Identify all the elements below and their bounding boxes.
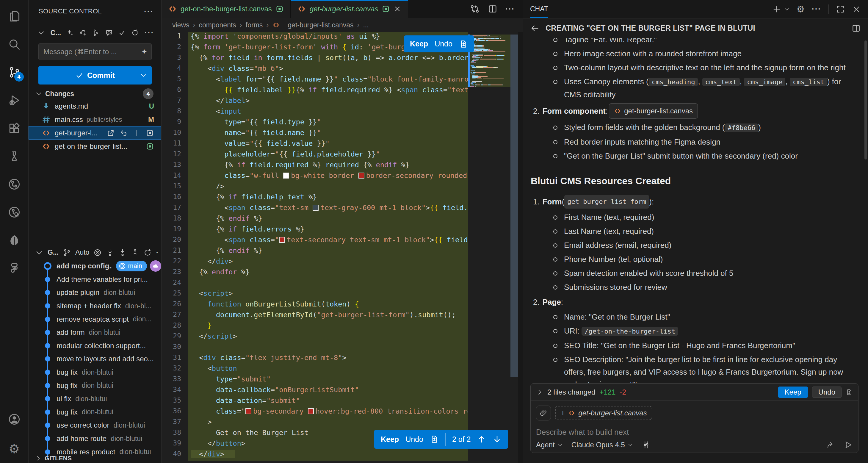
activity-item-testing[interactable] xyxy=(0,142,29,170)
undo-button[interactable]: Undo xyxy=(405,435,423,444)
push-icon[interactable] xyxy=(131,248,139,257)
commit-message-input[interactable]: Message (⌘Enter to ... ✦ xyxy=(38,43,152,60)
commit-dropdown[interactable] xyxy=(135,66,152,85)
commit-row[interactable]: bug fixdion-blutui xyxy=(29,406,161,419)
target-icon[interactable] xyxy=(93,248,102,257)
open-file-icon[interactable] xyxy=(106,129,115,137)
next-change-icon[interactable] xyxy=(493,435,501,444)
fetch-icon[interactable] xyxy=(106,248,114,257)
keep-button[interactable]: Keep xyxy=(410,39,428,48)
commit-row[interactable]: update plugindion-blutui xyxy=(29,286,161,299)
keep-button[interactable]: Keep xyxy=(381,435,399,444)
graph-section-header[interactable]: G... Auto · xyxy=(29,246,161,259)
commit-row[interactable]: ui fixdion-blutui xyxy=(29,392,161,406)
files-changed-summary[interactable]: 2 files changed xyxy=(547,388,595,396)
commit-row[interactable]: add mcp config...main xyxy=(29,259,161,273)
commit-row[interactable]: use correct colordion-blutui xyxy=(29,419,161,432)
breadcrumb-item[interactable]: views xyxy=(172,21,189,29)
code-content[interactable]: {% import 'components/global/inputs' as … xyxy=(188,32,468,461)
breadcrumb-item[interactable]: forms xyxy=(246,21,263,29)
back-icon[interactable] xyxy=(530,24,539,33)
create-pull-request-icon[interactable] xyxy=(80,28,87,37)
repo-row[interactable]: C... ··· xyxy=(29,26,161,39)
check-icon[interactable] xyxy=(118,28,126,37)
breadcrumb[interactable]: views › components › forms › get-burger-… xyxy=(161,18,523,32)
commit-row[interactable]: bug fixdion-blutui xyxy=(29,366,161,379)
activity-item-run-and-debug[interactable] xyxy=(0,86,29,114)
graph-more-icon[interactable]: · xyxy=(156,248,159,257)
breadcrumb-item[interactable]: ... xyxy=(363,21,369,29)
discard-changes-icon[interactable] xyxy=(120,129,128,137)
keep-all-button[interactable]: Keep xyxy=(778,387,808,398)
graph-auto-label[interactable]: Auto xyxy=(75,248,89,256)
tab-get-on-the-burger-list[interactable]: get-on-the-burger-list.canvas xyxy=(161,0,290,18)
editor-more-icon[interactable]: ··· xyxy=(505,4,515,14)
continue-arrow-icon[interactable] xyxy=(826,440,836,450)
chat-message-area[interactable]: Tagline "Eat. Win. Repeat."Hero image se… xyxy=(523,38,864,383)
commit-row[interactable]: modular collection support... xyxy=(29,339,161,352)
close-panel-icon[interactable] xyxy=(852,5,861,14)
code-editor[interactable]: 1234567891011121314151617181920212223242… xyxy=(161,32,523,463)
previous-change-icon[interactable] xyxy=(477,435,486,444)
sidebar-more-icon[interactable]: ··· xyxy=(144,7,154,16)
activity-item-source-control[interactable]: 4 xyxy=(0,58,29,86)
split-editor-icon[interactable] xyxy=(488,4,498,14)
keep-file-icon[interactable] xyxy=(846,389,853,396)
sparkle-icon[interactable] xyxy=(66,28,74,37)
branch-badge[interactable]: main xyxy=(116,261,147,271)
breadcrumb-item[interactable]: get-burger-list.canvas xyxy=(288,21,353,29)
commit-row[interactable]: sitemap + header fixdion-bl... xyxy=(29,299,161,313)
refresh-icon[interactable] xyxy=(144,248,152,257)
activity-item-git-graph[interactable] xyxy=(0,170,29,198)
gear-icon[interactable]: ⚙ xyxy=(797,5,805,14)
new-chat-icon[interactable] xyxy=(772,5,781,14)
commit-row[interactable]: bug fixdion-blutui xyxy=(29,379,161,392)
commit-row[interactable]: Add theme variables for pri... xyxy=(29,273,161,286)
graph-icon[interactable] xyxy=(92,28,100,37)
refresh-icon[interactable] xyxy=(131,28,138,37)
stage-changes-icon[interactable] xyxy=(133,129,141,137)
attach-button[interactable] xyxy=(536,406,551,421)
composer-body[interactable]: + get-burger-list.canvas Describe what t… xyxy=(531,401,858,453)
undo-button[interactable]: Undo xyxy=(435,39,453,48)
activity-item-gitlens[interactable] xyxy=(0,198,29,226)
editor-scrollbar[interactable] xyxy=(510,34,518,377)
generate-message-icon[interactable]: ✦ xyxy=(141,48,147,56)
change-row[interactable]: main.csspublic/stylesM xyxy=(29,113,161,126)
change-row[interactable]: get-on-the-burger-list... xyxy=(29,140,161,153)
minimap[interactable] xyxy=(468,32,510,463)
keep-file-icon[interactable] xyxy=(459,39,468,49)
open-in-editor-icon[interactable] xyxy=(851,24,861,33)
activity-item-extensions[interactable] xyxy=(0,114,29,142)
close-tab-icon[interactable] xyxy=(394,5,401,13)
change-row[interactable]: agents.mdU xyxy=(29,99,161,113)
compare-changes-icon[interactable] xyxy=(470,4,480,14)
chevron-down-icon[interactable] xyxy=(784,6,789,12)
pull-icon[interactable] xyxy=(118,248,127,257)
commit-button[interactable]: Commit xyxy=(38,66,152,85)
tools-icon[interactable] xyxy=(642,440,651,449)
commit-row[interactable]: add formdion-blutui xyxy=(29,326,161,339)
repo-more-icon[interactable]: ··· xyxy=(145,28,154,37)
gitlens-section-header[interactable]: GITLENS xyxy=(29,453,161,463)
file-reference-chip[interactable]: get-burger-list.canvas xyxy=(609,103,698,119)
commit-comment-icon[interactable] xyxy=(105,28,113,37)
change-row[interactable]: get-burger-l... xyxy=(29,126,161,140)
commit-row[interactable]: add home routedion-blutui xyxy=(29,432,161,445)
chat-scrollbar[interactable] xyxy=(864,40,867,159)
chevron-right-icon[interactable] xyxy=(536,389,543,396)
activity-item-manage-settings[interactable]: ⚙ xyxy=(0,435,29,463)
tab-get-burger-list[interactable]: get-burger-list.canvas xyxy=(290,0,408,18)
breadcrumb-item[interactable]: components xyxy=(199,21,236,29)
changes-section-header[interactable]: Changes 4 xyxy=(29,88,161,99)
commit-row[interactable]: move to layouts and add seo... xyxy=(29,352,161,366)
context-file-chip[interactable]: + get-burger-list.canvas xyxy=(555,406,652,420)
send-icon[interactable] xyxy=(843,440,853,450)
maximize-panel-icon[interactable] xyxy=(836,5,845,14)
activity-item-figma-extension[interactable] xyxy=(0,254,29,282)
keep-file-icon[interactable] xyxy=(430,435,439,444)
undo-all-button[interactable]: Undo xyxy=(812,387,841,398)
activity-item-accounts[interactable] xyxy=(0,405,29,435)
mode-selector[interactable]: Agent xyxy=(536,441,563,449)
activity-item-leaf-extension[interactable] xyxy=(0,226,29,254)
